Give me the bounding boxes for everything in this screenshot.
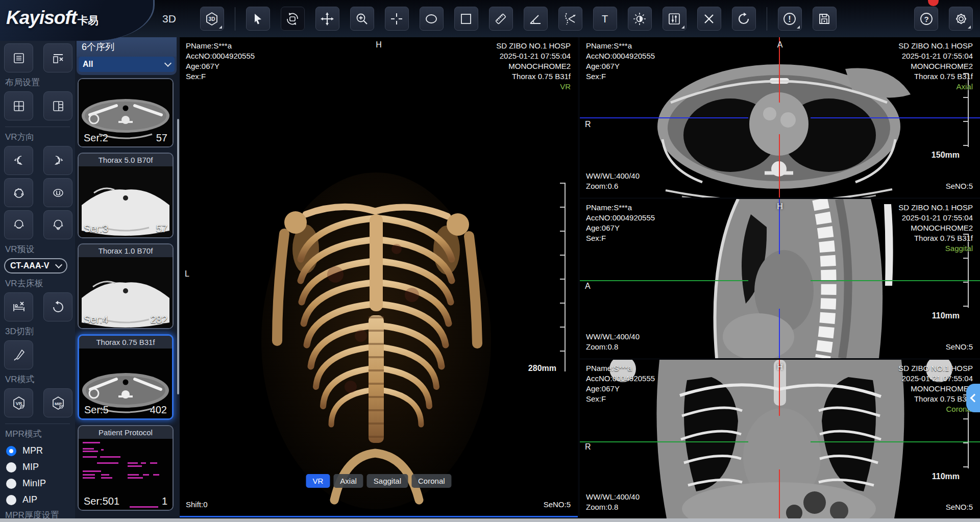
window-level-button[interactable] <box>628 7 652 31</box>
hospital-name: SD ZIBO NO.1 HOSP <box>496 41 571 51</box>
coronal-viewport[interactable]: PName:S***a AccNO:0004920555 Age:067Y Se… <box>580 360 980 518</box>
series-thumbnail-ser5-selected[interactable]: Thorax 0.75 B31f Ser:5 402 <box>78 334 174 420</box>
series-header-card: 6个序列 All <box>77 37 177 75</box>
delete-annotation-button[interactable] <box>697 7 721 31</box>
vr-main-viewport[interactable]: PName:S***a AccNO:0004920555 Age:067Y Se… <box>180 37 578 517</box>
crosshair-tool-button[interactable] <box>385 7 409 31</box>
vr-dir-right-button[interactable] <box>43 146 72 175</box>
mpr-radio-aip[interactable]: AIP <box>0 494 75 505</box>
sidebar-divider <box>5 424 70 424</box>
svg-text:?: ? <box>924 15 928 23</box>
vr-dir-left-button[interactable] <box>4 146 33 175</box>
series-number-label: Ser:2 <box>84 132 108 144</box>
view-button-axial[interactable]: Axial <box>333 474 363 488</box>
vr-preset-select[interactable]: CT-AAA-V <box>4 258 67 274</box>
vr-dir-posterior-button[interactable] <box>4 210 33 239</box>
patient-info-overlay: PName:S***a AccNO:0004920555 Age:067Y Se… <box>586 41 655 82</box>
head-front-icon <box>51 218 65 232</box>
axial-crosshair-horizontal[interactable] <box>811 117 980 118</box>
study-datetime: 2025-01-21 07:55:04 <box>496 51 571 61</box>
axial-crosshair-horizontal[interactable] <box>580 117 748 118</box>
cobb-angle-tool-button[interactable] <box>558 7 582 31</box>
layout-grid-button[interactable] <box>4 91 33 120</box>
study-info-overlay: SD ZIBO NO.1 HOSP 2025-01-21 07:55:04 MO… <box>898 203 973 254</box>
radio-selected-icon <box>6 446 16 456</box>
svg-text:T: T <box>602 13 608 24</box>
bed-reset-button[interactable] <box>43 292 72 321</box>
mpr-radio-mpr[interactable]: MPR <box>0 445 75 456</box>
coronal-crosshair-vertical[interactable] <box>779 469 780 518</box>
series-thumbnail-ser4[interactable]: Thorax 1.0 B70f Ser:4 282 <box>78 243 174 329</box>
axial-viewport[interactable]: PName:S***a AccNO:0004920555 Age:067Y Se… <box>580 37 980 197</box>
remove-bed-button[interactable] <box>4 292 33 321</box>
coronal-crosshair-horizontal[interactable] <box>580 441 748 442</box>
report-alert-button[interactable]: ! <box>778 7 802 31</box>
view-type-label: Saggital <box>898 243 973 254</box>
angle-tool-button[interactable] <box>524 7 548 31</box>
scene-3d-button[interactable]: 3D <box>200 7 224 31</box>
mpr-radio-mip[interactable]: MIP <box>0 462 75 473</box>
vr-mode-mip-button[interactable]: MIP <box>43 388 72 417</box>
radio-icon <box>6 479 16 489</box>
vr-dir-superior-button[interactable] <box>4 178 33 207</box>
close-series-panel-button[interactable] <box>43 43 72 72</box>
scale-value-label: 280mm <box>528 364 556 373</box>
scalpel-cut-button[interactable] <box>4 340 33 369</box>
logo-text: Kayisoft卡易 <box>6 7 98 29</box>
saggital-viewport[interactable]: PName:S***a AccNO:0004920555 Age:067Y Se… <box>580 199 980 358</box>
zoom-tool-button[interactable] <box>350 7 374 31</box>
series-scrollbar[interactable] <box>177 119 179 394</box>
saggital-crosshair-vertical[interactable] <box>779 309 780 358</box>
study-datetime: 2025-01-21 07:55:04 <box>898 374 973 384</box>
sidebar-divider <box>5 127 70 127</box>
patient-sex: Sex:F <box>586 394 655 404</box>
view-button-saggital[interactable]: Saggital <box>367 474 408 488</box>
saggital-crosshair-horizontal[interactable] <box>811 280 980 281</box>
cut-3d-section-label: 3D切割 <box>0 326 75 337</box>
mpr-radio-minip[interactable]: MinIP <box>0 478 75 489</box>
series-thumbnail-ser501[interactable]: Patient Protocol <box>78 425 174 511</box>
help-button[interactable]: ? <box>914 7 938 31</box>
patient-accno: AccNO:0004920555 <box>586 213 655 223</box>
text-annotation-button[interactable]: T <box>593 7 617 31</box>
app-logo: Kayisoft卡易 <box>0 0 153 37</box>
saggital-crosshair-horizontal[interactable] <box>580 280 748 281</box>
reset-view-button[interactable] <box>732 7 756 31</box>
vr-mode-vr-button[interactable]: VR <box>4 388 33 417</box>
rectangle-icon <box>459 12 473 26</box>
save-icon <box>817 12 831 26</box>
series-thumbnail-ser2[interactable]: Ser:2 57 <box>78 78 174 147</box>
pan-tool-button[interactable] <box>315 7 339 31</box>
wl-presets-button[interactable] <box>663 7 687 31</box>
gear-icon <box>953 11 969 27</box>
head-left-icon <box>12 154 26 168</box>
layout-close-icon <box>52 52 65 65</box>
rotate-3d-tool-button[interactable] <box>281 7 305 31</box>
photometric-label: MONOCHROME2 <box>496 61 571 71</box>
settings-button[interactable] <box>949 7 973 31</box>
ellipse-roi-button[interactable] <box>420 7 444 31</box>
mode-label-3d: 3D <box>162 13 176 25</box>
head-top-icon <box>12 186 26 200</box>
view-button-coronal[interactable]: Coronal <box>411 474 452 488</box>
cursor-tool-button[interactable] <box>246 7 270 31</box>
coronal-crosshair-horizontal[interactable] <box>811 441 980 442</box>
horizontal-scrollbar[interactable] <box>0 518 980 522</box>
rectangle-roi-button[interactable] <box>454 7 478 31</box>
vr-dir-inferior-button[interactable] <box>43 178 72 207</box>
series-filter-select[interactable]: All <box>79 57 175 72</box>
patient-age: Age:067Y <box>586 61 655 71</box>
vr-dir-anterior-button[interactable] <box>43 210 72 239</box>
ruler-tool-button[interactable] <box>489 7 513 31</box>
photometric-label: MONOCHROME2 <box>898 384 973 394</box>
series-thumbnail-ser3[interactable]: Thorax 5.0 B70f Ser:3 57 <box>78 153 174 238</box>
series-description-label: Thorax 0.75 B31f <box>79 336 172 349</box>
layout-split-button[interactable] <box>43 91 72 120</box>
vr-preset-value: CT-AAA-V <box>10 261 49 270</box>
axial-crosshair-vertical[interactable] <box>779 134 780 197</box>
save-button[interactable] <box>813 7 837 31</box>
series-description-label: Patient Protocol <box>79 426 173 439</box>
collapse-panel-button[interactable] <box>966 384 980 412</box>
view-button-vr[interactable]: VR <box>306 474 330 488</box>
series-list-toggle-button[interactable] <box>4 43 33 72</box>
